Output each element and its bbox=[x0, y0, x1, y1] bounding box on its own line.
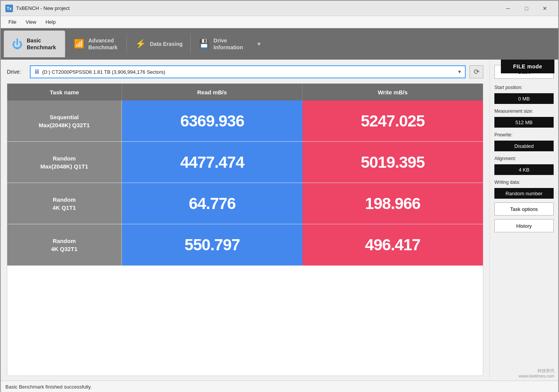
menu-view[interactable]: View bbox=[21, 18, 41, 26]
maximize-button[interactable]: □ bbox=[518, 3, 535, 14]
start-position-value: 0 MB bbox=[494, 93, 554, 104]
task-name-random-2048k: RandomMax(2048K) Q1T1 bbox=[7, 142, 122, 183]
toolbar: ⏻ BasicBenchmark 📶 AdvancedBenchmark ⚡ D… bbox=[1, 28, 558, 60]
drive-icon: 🖥 bbox=[34, 68, 40, 75]
window-title: TxBENCH - New project bbox=[16, 5, 499, 11]
measurement-size-value: 512 MB bbox=[494, 117, 554, 128]
table-row: RandomMax(2048K) Q1T1 4477.474 5019.395 bbox=[7, 142, 483, 183]
tab-basic-benchmark[interactable]: ⏻ BasicBenchmark bbox=[4, 31, 65, 57]
drive-selector[interactable]: 🖥 (D:) CT2000P5PSSD8 1.81 TB (3,906,994,… bbox=[30, 65, 466, 78]
statusbar: Basic Benchmark finished successfully. bbox=[1, 381, 558, 392]
drive-label: Drive: bbox=[7, 69, 26, 75]
sidebar: Start Start position: 0 MB Measurement s… bbox=[489, 60, 558, 381]
toolbar-more-arrow[interactable]: ▼ bbox=[253, 41, 265, 47]
refresh-button[interactable]: ⟳ bbox=[470, 65, 483, 78]
header-read: Read mB/s bbox=[122, 84, 302, 100]
data-erasing-label: Data Erasing bbox=[150, 40, 183, 47]
data-erasing-icon: ⚡ bbox=[135, 39, 146, 49]
write-value-random-4k-q1: 198.966 bbox=[302, 183, 483, 224]
task-name-random-4k-q32: Random4K Q32T1 bbox=[7, 224, 122, 266]
drive-value: (D:) CT2000P5PSSD8 1.81 TB (3,906,994,17… bbox=[42, 69, 457, 75]
advanced-benchmark-icon: 📶 bbox=[73, 39, 84, 49]
start-position-label: Start position: bbox=[494, 85, 554, 90]
header-task-name: Task name bbox=[7, 84, 122, 100]
read-value-random-2048k: 4477.474 bbox=[122, 142, 302, 183]
benchmark-table: Task name Read mB/s Write mB/s Sequentia… bbox=[7, 83, 483, 376]
table-row: SequentialMax(2048K) Q32T1 6369.936 5247… bbox=[7, 100, 483, 142]
alignment-label: Alignment: bbox=[494, 156, 554, 161]
basic-benchmark-icon: ⏻ bbox=[11, 38, 23, 50]
task-options-button[interactable]: Task options bbox=[494, 202, 554, 215]
writing-data-label: Writing data: bbox=[494, 180, 554, 185]
titlebar: Tx TxBENCH - New project ─ □ ✕ bbox=[1, 1, 558, 16]
basic-benchmark-label: BasicBenchmark bbox=[27, 37, 56, 51]
table-row: Random4K Q32T1 550.797 496.417 bbox=[7, 224, 483, 266]
read-value-random-4k-q32: 550.797 bbox=[122, 224, 302, 266]
content-area: Drive: 🖥 (D:) CT2000P5PSSD8 1.81 TB (3,9… bbox=[1, 60, 489, 381]
advanced-benchmark-label: AdvancedBenchmark bbox=[88, 37, 117, 51]
menubar: File View Help bbox=[1, 16, 558, 28]
write-value-random-2048k: 5019.395 bbox=[302, 142, 483, 183]
table-header: Task name Read mB/s Write mB/s bbox=[7, 84, 483, 100]
read-value-random-4k-q1: 64.776 bbox=[122, 183, 302, 224]
window-controls: ─ □ ✕ bbox=[499, 3, 554, 14]
writing-data-value: Random number bbox=[494, 188, 554, 199]
tab-drive-information[interactable]: 💾 DriveInformation bbox=[191, 31, 252, 57]
tab-advanced-benchmark[interactable]: 📶 AdvancedBenchmark bbox=[65, 31, 127, 57]
status-text: Basic Benchmark finished successfully. bbox=[5, 384, 92, 390]
file-mode-button[interactable]: FILE mode bbox=[501, 60, 554, 73]
drive-information-label: DriveInformation bbox=[214, 37, 243, 51]
prewrite-label: Prewrite: bbox=[494, 132, 554, 138]
write-value-random-4k-q32: 496.417 bbox=[302, 224, 483, 266]
history-button[interactable]: History bbox=[494, 219, 554, 232]
minimize-button[interactable]: ─ bbox=[499, 3, 517, 14]
alignment-value: 4 KB bbox=[494, 164, 554, 175]
refresh-icon: ⟳ bbox=[474, 68, 479, 76]
read-value-sequential: 6369.936 bbox=[122, 100, 302, 141]
main-area: Drive: 🖥 (D:) CT2000P5PSSD8 1.81 TB (3,9… bbox=[1, 60, 558, 381]
close-button[interactable]: ✕ bbox=[536, 3, 554, 14]
dropdown-arrow-icon: ▼ bbox=[457, 69, 462, 75]
app-icon: Tx bbox=[5, 5, 13, 12]
header-write: Write mB/s bbox=[302, 84, 483, 100]
menu-help[interactable]: Help bbox=[41, 18, 60, 26]
drive-information-icon: 💾 bbox=[198, 39, 210, 49]
menu-file[interactable]: File bbox=[4, 18, 21, 26]
measurement-size-label: Measurement size: bbox=[494, 109, 554, 114]
write-value-sequential: 5247.025 bbox=[302, 100, 483, 141]
task-name-sequential: SequentialMax(2048K) Q32T1 bbox=[7, 100, 122, 141]
table-row: Random4K Q1T1 64.776 198.966 bbox=[7, 183, 483, 224]
prewrite-value: Disabled bbox=[494, 141, 554, 151]
task-name-random-4k-q1: Random4K Q1T1 bbox=[7, 183, 122, 224]
tab-data-erasing[interactable]: ⚡ Data Erasing bbox=[127, 31, 190, 57]
drive-row: Drive: 🖥 (D:) CT2000P5PSSD8 1.81 TB (3,9… bbox=[7, 64, 483, 79]
file-mode-container: FILE mode bbox=[501, 60, 554, 73]
